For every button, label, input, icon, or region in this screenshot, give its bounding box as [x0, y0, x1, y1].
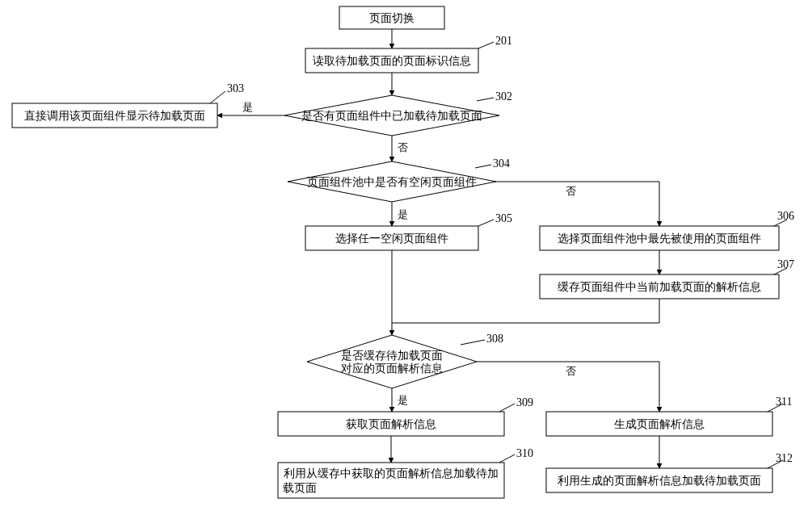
- num-311: 311: [776, 396, 792, 408]
- leader-305: [478, 220, 494, 226]
- num-308: 308: [486, 333, 503, 345]
- node-305-label: 选择任一空闲页面组件: [335, 232, 448, 245]
- edge-304-yes-label: 是: [398, 208, 408, 220]
- node-310: 利用从缓存中获取的页面解析信息加载待加 载页面 310: [278, 447, 533, 498]
- decision-304: 页面组件池中是否有空闲页面组件 304: [288, 157, 510, 202]
- node-start-label: 页面切换: [369, 12, 415, 24]
- decision-308-label1: 是否缓存待加载页面: [341, 350, 443, 362]
- edge-302-yes-label: 是: [242, 101, 253, 113]
- node-311: 生成页面解析信息 311: [546, 396, 792, 436]
- node-201-label: 读取待加载页面的页面标识信息: [313, 55, 471, 67]
- node-307: 缓存页面组件中当前加载页面的解析信息 307: [540, 258, 794, 299]
- edge-307-join: [392, 299, 659, 323]
- num-309: 309: [516, 396, 533, 408]
- decision-304-label: 页面组件池中是否有空闲页面组件: [307, 176, 477, 188]
- node-start: 页面切换: [339, 6, 444, 29]
- num-305: 305: [495, 212, 512, 224]
- decision-302-label: 是否有页面组件中已加载待加载页面: [301, 110, 482, 122]
- node-306: 选择页面组件池中最先被使用的页面组件 306: [540, 210, 794, 250]
- leader-201: [478, 42, 494, 48]
- flowchart-diagram: 页面切换 读取待加载页面的页面标识信息 201 是否有页面组件中已加载待加载页面…: [0, 0, 808, 532]
- decision-308: 是否缓存待加载页面 对应的页面解析信息 308: [307, 333, 503, 388]
- leader-302: [477, 98, 494, 101]
- num-306: 306: [777, 210, 794, 222]
- leader-308: [461, 340, 485, 345]
- num-304: 304: [493, 157, 510, 170]
- num-302: 302: [495, 90, 512, 103]
- svg-marker-8: [307, 335, 477, 388]
- edge-302-no-label: 否: [398, 141, 408, 153]
- leader-309: [499, 404, 515, 412]
- edge-304-306: [496, 182, 659, 226]
- node-303-label: 直接调用该页面组件显示待加载页面: [24, 110, 205, 122]
- node-311-label: 生成页面解析信息: [614, 418, 705, 430]
- node-306-label: 选择页面组件池中最先被使用的页面组件: [558, 232, 761, 245]
- leader-303: [210, 91, 225, 103]
- node-201: 读取待加载页面的页面标识信息 201: [305, 35, 512, 73]
- edge-308-no-label: 否: [566, 365, 576, 377]
- node-303: 直接调用该页面组件显示待加载页面 303: [12, 82, 244, 128]
- edge-304-no-label: 否: [566, 185, 576, 197]
- num-303: 303: [227, 82, 244, 94]
- num-201: 201: [495, 35, 512, 47]
- leader-304: [475, 165, 491, 168]
- node-307-label: 缓存页面组件中当前加载页面的解析信息: [558, 281, 761, 293]
- node-312: 利用生成的页面解析信息加载待加载页面 312: [546, 452, 793, 492]
- decision-308-label2: 对应的页面解析信息: [341, 362, 443, 375]
- decision-302: 是否有页面组件中已加载待加载页面 302: [284, 90, 512, 136]
- node-312-label: 利用生成的页面解析信息加载待加载页面: [558, 475, 761, 487]
- node-310-label1: 利用从缓存中获取的页面解析信息加载待加: [284, 467, 499, 480]
- leader-310: [499, 455, 515, 463]
- edge-308-yes-label: 是: [398, 394, 408, 406]
- num-307: 307: [777, 258, 794, 270]
- node-310-label2: 载页面: [283, 482, 317, 494]
- node-305: 选择任一空闲页面组件 305: [305, 212, 512, 250]
- node-309-label: 获取页面解析信息: [346, 418, 436, 430]
- num-310: 310: [516, 447, 533, 459]
- num-312: 312: [776, 452, 793, 464]
